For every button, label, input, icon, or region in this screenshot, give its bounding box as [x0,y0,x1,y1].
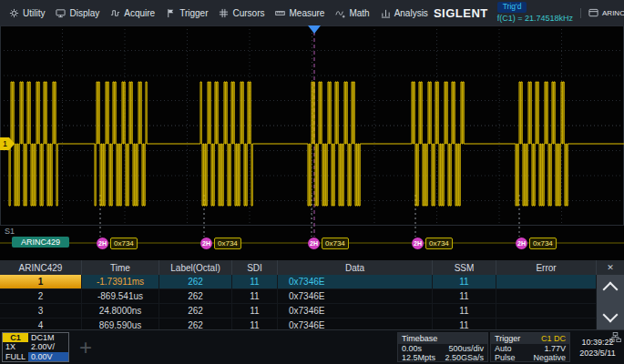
network-icon[interactable] [609,332,621,342]
cell-sdi: 11 [232,289,278,303]
cursors-icon [219,8,229,18]
cell-sdi: 11 [232,275,278,288]
decode-frame[interactable]: 2H0x734 [412,238,453,249]
measure-icon [275,8,285,18]
menu-item-label: Analysis [394,8,428,18]
top-menu-bar: UtilityDisplayAcquireTriggerCursorsMeasu… [0,0,624,25]
table-row[interactable]: 1-1.73911ms262110x7346E11 [0,275,597,289]
frame-label-badge: 2H [412,238,424,249]
trigger-level: 1.77V [527,344,566,353]
trigger-panel[interactable]: Trigger C1 DC Auto 1.77V Pulse Negative [490,332,570,362]
cell-sdi: 11 [232,304,278,318]
frame-data-value: 0x734 [322,238,349,249]
menu-item-label: Display [69,8,99,18]
menu-item-utility[interactable]: Utility [4,0,50,25]
cell-error [496,275,597,288]
display-icon [56,8,66,18]
trigger-type: Pulse [495,353,527,362]
cell-index: 3 [0,304,82,318]
frame-data-value: 0x734 [110,238,138,249]
gear-icon [9,8,19,18]
config-button-label: ARINC429 CONFIG [602,9,624,17]
config-window-icon [588,8,598,18]
channel-c1-panel[interactable]: C1 DC1M 1X 2.00V/ FULL 0.00V [2,332,69,362]
cell-label-octal: 262 [159,289,232,303]
trigger-status-area: Trig'd f(C1) = 21.74518kHz [497,2,573,23]
cell-data: 0x7346E [278,275,433,288]
trigger-slope: Negative [527,353,566,362]
cell-label-octal: 262 [159,275,232,288]
frequency-readout: f(C1) = 21.74518kHz [497,14,573,23]
decode-frame[interactable]: 2H0x734 [97,238,138,249]
cell-data: 0x7346E [278,289,433,303]
cell-ssm: 11 [433,304,496,318]
frame-data-value: 0x734 [214,238,241,249]
menu-item-label: Acquire [124,8,155,18]
column-header-label-octal-: Label(Octal) [159,260,232,275]
menu-item-label: Cursors [232,8,264,18]
decode-frame[interactable]: 2H0x734 [308,238,349,249]
cell-time: 24.8000ns [82,304,159,318]
table-header: ARINC429TimeLabel(Octal)SDIDataSSMError [0,260,597,275]
close-icon[interactable]: ✕ [597,260,624,275]
cell-time: -869.541us [82,289,159,303]
menu-item-label: Math [349,8,369,18]
date-display: 2023/5/11 [579,349,615,358]
channel-bandwidth: FULL [3,352,28,361]
menu-item-measure[interactable]: Measure [270,0,330,25]
column-header-arinc429: ARINC429 [0,260,82,275]
decode-frames: 2H0x7342H0x7342H0x7342H0x7342H0x734 [0,25,624,260]
channel-probe: 1X [3,342,28,351]
channel-name: C1 [3,333,28,342]
menu-item-cursors[interactable]: Cursors [213,0,270,25]
column-header-data: Data [278,260,433,275]
frame-data-value: 0x734 [425,238,453,249]
menu-item-trigger[interactable]: Trigger [160,0,213,25]
scroll-up-icon[interactable] [603,282,619,298]
menu-item-math[interactable]: Math [330,0,374,25]
cell-data: 0x7346E [278,304,433,318]
timebase-title: Timebase [402,334,437,343]
table-scrollbar[interactable]: ✕ [597,260,624,329]
menu-item-label: Trigger [179,8,208,18]
trigger-flag-icon [166,8,176,18]
menu-item-label: Measure [289,8,324,18]
menu-item-analysis[interactable]: Analysis [375,0,434,25]
menu: UtilityDisplayAcquireTriggerCursorsMeasu… [4,0,434,25]
menu-item-display[interactable]: Display [50,0,105,25]
menu-item-acquire[interactable]: Acquire [105,0,160,25]
cell-index: 1 [0,275,82,288]
decode-frame[interactable]: 2H0x734 [200,238,241,249]
acquire-icon [110,8,120,18]
add-channel-button[interactable]: + [69,330,102,364]
column-header-error: Error [496,260,597,275]
channel-coupling: DC1M [28,333,68,342]
timebase-sample-rate: 2.50GSa/s [439,353,485,362]
cell-time: -1.73911ms [82,275,159,288]
column-header-ssm: SSM [433,260,496,275]
cell-ssm: 11 [433,289,496,303]
column-header-time: Time [82,260,159,275]
arinc429-config-button[interactable]: ARINC429 CONFIG [580,8,624,18]
channel-scale: 2.00V/ [28,342,68,351]
analysis-icon [381,8,391,18]
timebase-panel[interactable]: Timebase 0.00s 500us/div 12.5Mpts 2.50GS… [397,332,488,362]
scroll-down-icon[interactable] [603,308,619,323]
cell-label-octal: 262 [159,304,232,318]
decoder-table: ARINC429TimeLabel(Octal)SDIDataSSMError … [0,260,624,329]
frame-label-badge: 2H [97,238,108,249]
frame-label-badge: 2H [200,238,212,249]
channel-offset: 0.00V [28,352,68,361]
column-header-sdi: SDI [232,260,278,275]
waveform-display[interactable]: 1 S1 ARINC429 2H0x7342H0x7342H0x7342H0x7… [0,25,624,260]
status-bar: C1 DC1M 1X 2.00V/ FULL 0.00V + Timebase … [0,329,624,364]
cell-index: 2 [0,289,82,303]
table-row[interactable]: 2-869.541us262110x7346E11 [0,289,597,304]
frame-data-value: 0x734 [529,238,557,249]
trigger-mode: Auto [495,344,527,353]
frame-label-badge: 2H [516,238,527,249]
timebase-delay: 0.00s [402,344,439,353]
table-row[interactable]: 324.8000ns262110x7346E11 [0,304,597,318]
decode-frame[interactable]: 2H0x734 [516,238,557,249]
trigger-source: C1 DC [541,334,566,343]
